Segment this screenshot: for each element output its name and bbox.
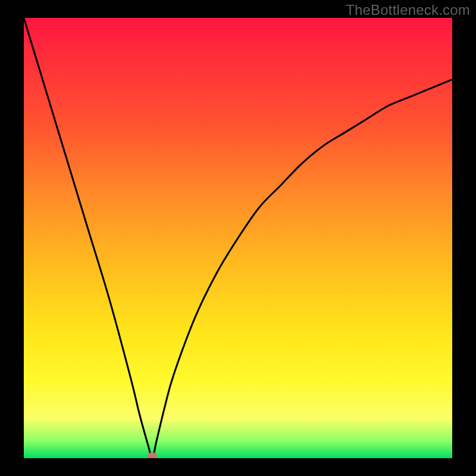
plot-area bbox=[24, 18, 452, 458]
watermark-text: TheBottleneck.com bbox=[346, 2, 470, 18]
minimum-marker bbox=[148, 452, 157, 458]
bottleneck-curve bbox=[24, 18, 452, 458]
curve-svg bbox=[24, 18, 452, 458]
chart-frame: TheBottleneck.com bbox=[0, 0, 476, 476]
